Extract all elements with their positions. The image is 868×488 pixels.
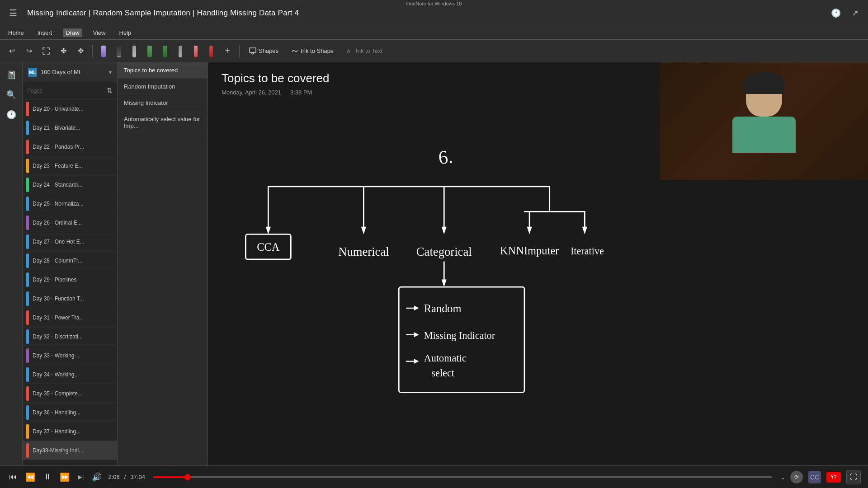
svg-point-1 [252,52,254,54]
notebook-panel: ML 100 Days of ML ▾ Pages ⇅ Day 20 - Uni… [23,62,118,465]
nb-item-day26[interactable]: Day 26 - Ordinal E... [23,213,117,232]
svg-text:Categorical: Categorical [416,245,472,258]
nb-item-day32[interactable]: Day 32 - Discrtizati... [23,327,117,346]
rewind-button[interactable]: ⏪ [24,470,37,484]
nb-item-day28[interactable]: Day 28 - ColumnTr... [23,251,117,270]
history-icon[interactable]: 🕐 [828,5,844,21]
page-item-auto[interactable]: Automatically select value for Imp... [118,111,208,134]
volume-button[interactable]: 🔊 [90,470,104,484]
pen6-button[interactable] [174,44,187,58]
notebook-icon[interactable]: 📓 [3,67,19,83]
pan-button[interactable]: ✥ [73,44,88,58]
nb-item-day29[interactable]: Day 29 - Pipelines [23,270,117,289]
nb-item-day31[interactable]: Day 31 - Power Tra... [23,308,117,327]
fast-forward-button[interactable]: ⏩ [58,470,71,484]
chapters-button[interactable]: ⌄ [780,474,786,481]
nb-item-day37[interactable]: Day 37 - Handling... [23,422,117,441]
svg-marker-23 [442,279,447,287]
menu-draw[interactable]: Draw [63,28,82,37]
subtitle-button[interactable]: CC [808,471,821,483]
nb-item-day35[interactable]: Day 35 - Complete... [23,384,117,403]
menu-view[interactable]: View [90,28,108,37]
note-time: 3:38 PM [290,89,312,96]
share-icon[interactable]: ↗ [847,5,863,21]
recent-icon[interactable]: 🕐 [3,107,19,123]
video-controls-right: ⟳ CC YT ⛶ [790,470,861,484]
skip-forward-button[interactable]: ▶| [76,472,85,482]
menu-toggle-button[interactable]: ☰ [5,5,21,21]
divider1 [92,45,93,57]
person-hair [744,71,784,94]
sort-icon[interactable]: ⇅ [107,86,113,95]
nb-item-day24[interactable]: Day 24 - Standardi... [23,175,117,194]
page-item-random[interactable]: Random Imputation [118,79,208,95]
pen3-button[interactable] [128,44,141,58]
video-bar: ⏮ ⏪ ⏸ ⏩ ▶| 🔊 2:06 / 37:04 ⌄ ⟳ CC YT ⛶ [0,465,868,488]
type-button[interactable]: ✤ [56,44,71,58]
progress-bar[interactable] [153,476,772,478]
person-body [732,117,796,153]
menu-home[interactable]: Home [5,28,27,37]
nb-item-day21[interactable]: Day 21 - Bivariate... [23,118,117,137]
nb-item-day27[interactable]: Day 27 - One Hot E... [23,232,117,251]
lasso-select-button[interactable] [39,44,53,58]
nb-item-day20[interactable]: Day 20 - Univariate... [23,99,117,118]
svg-marker-32 [414,359,419,364]
total-time: 37:04 [130,474,145,480]
svg-marker-9 [442,227,447,235]
svg-marker-26 [414,305,419,310]
person-figure [719,76,809,166]
page-list: Topics to be covered Random Imputation M… [118,62,208,465]
nb-item-day33[interactable]: Day 33 - Working-... [23,346,117,365]
progress-fill [153,476,188,478]
page-item-missing[interactable]: Missing Indicator [118,95,208,111]
nb-item-day23[interactable]: Day 23 - Feature E... [23,156,117,175]
note-area: Topics to be covered Monday, April 26, 2… [208,62,660,465]
nb-item-day25[interactable]: Day 25 - Normaliza... [23,194,117,213]
app-label: OneNote for Windows 10 [406,1,462,6]
diagram-container: 6. [208,99,660,465]
svg-marker-5 [266,227,271,235]
svg-rect-0 [250,48,256,52]
undo-button[interactable]: ↩ [5,44,19,58]
ink-to-text-button[interactable]: A Ink to Text [341,45,387,57]
svg-marker-13 [527,227,532,235]
pen8-button[interactable] [205,44,217,58]
nb-item-day30[interactable]: Day 30 - Function T... [23,289,117,308]
main-canvas: Topics to be covered Monday, April 26, 2… [208,62,868,465]
note-date: Monday, April 26, 2021 [222,89,281,96]
pen4-button[interactable] [143,44,156,58]
youtube-badge[interactable]: YT [826,472,841,483]
nb-item-day22[interactable]: Day 22 - Pandas Pr... [23,137,117,156]
current-time: 2:06 [108,474,119,480]
pen7-button[interactable] [189,44,202,58]
svg-text:select: select [431,367,454,379]
top-bar: ☰ Missing Indicator | Random Sample Impu… [0,0,868,26]
shapes-button[interactable]: Shapes [244,45,283,57]
webcam-overlay [660,62,868,180]
nb-item-day34[interactable]: Day 34 - Working... [23,365,117,384]
svg-text:A: A [347,48,350,55]
notebook-header[interactable]: ML 100 Days of ML ▾ [23,62,117,82]
time-separator: / [124,474,126,480]
divider2 [239,45,240,57]
pen1-button[interactable] [97,44,110,58]
toolbar: ↩ ↪ ✤ ✥ + Shapes Ink to Shape A Ink to T… [0,40,868,62]
skip-back-button[interactable]: ⏮ [7,470,19,483]
loading-spinner: ⟳ [790,471,803,483]
add-pen-button[interactable]: + [220,44,235,58]
menu-insert[interactable]: Insert [35,28,55,37]
play-pause-button[interactable]: ⏸ [42,470,53,483]
nb-item-day36[interactable]: Day 36 - Handling... [23,403,117,422]
page-item-topics[interactable]: Topics to be covered [118,62,208,79]
notebook-list: Day 20 - Univariate... Day 21 - Bivariat… [23,99,117,465]
pen5-button[interactable] [159,44,171,58]
pen2-button[interactable] [113,44,125,58]
menu-help[interactable]: Help [117,28,134,37]
redo-button[interactable]: ↪ [22,44,36,58]
ink-to-shape-button[interactable]: Ink to Shape [286,45,339,57]
search-icon[interactable]: 🔍 [3,87,19,103]
fullscreen-button[interactable]: ⛶ [846,470,861,484]
note-title: Topics to be covered [222,71,646,85]
nb-item-day38[interactable]: Day38-Missing Indi... [23,441,117,460]
